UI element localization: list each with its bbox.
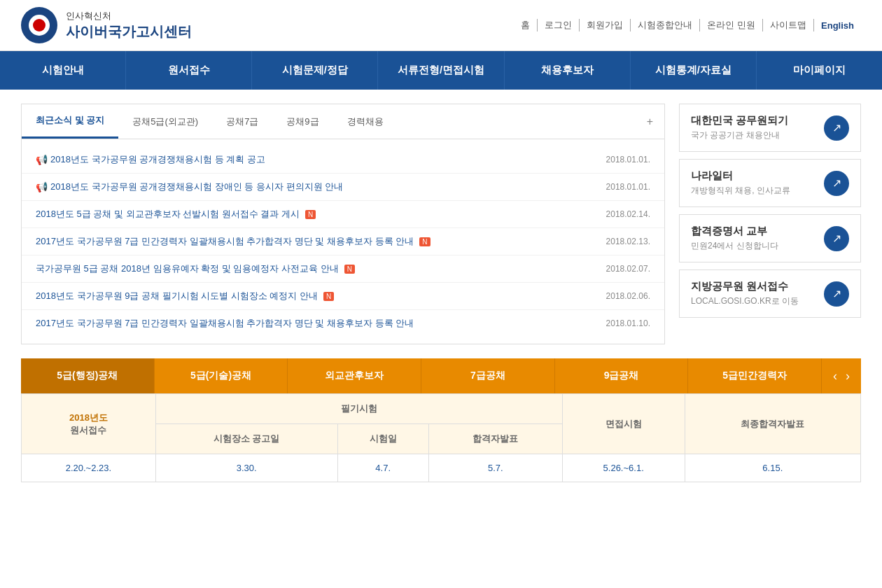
exam-tab-5tech[interactable]: 5급(기술)공채 <box>155 358 288 393</box>
quick-info: 나라일터 개방형직위 채용, 인사교류 <box>691 169 790 197</box>
quick-link-item[interactable]: 지방공무원 원서접수 LOCAL.GOSI.GO.KR로 이동 ↗ <box>679 270 861 318</box>
news-link[interactable]: 📢 2018년도 국가공무원 공개경쟁채용시험 등 계획 공고 <box>36 153 265 166</box>
exam-day-header: 시험일 <box>337 424 428 454</box>
new-badge: N <box>344 265 355 274</box>
external-link-icon[interactable]: ↗ <box>824 115 849 141</box>
list-item: 📢 2018년도 국가공무원 공개경쟁채용시험 장애인 등 응시자 편의지원 안… <box>22 174 664 201</box>
news-tabs: 최근소식 및 공지 공채5급(외교관) 공채7급 공채9급 경력채용 + <box>22 104 664 139</box>
schedule-table: 2018년도 원서접수 필기시험 면접시험 최종합격자발표 시험장소 공고일 시… <box>21 393 861 482</box>
exam-tab-7grade[interactable]: 7급공채 <box>421 358 555 393</box>
nav-login[interactable]: 로그인 <box>538 19 580 31</box>
quick-title: 지방공무원 원서접수 <box>691 280 799 293</box>
nav-document-interview[interactable]: 서류전형/면접시험 <box>378 51 504 90</box>
logo-icon <box>21 7 57 43</box>
final-result-header: 최종합격자발표 <box>685 394 860 454</box>
quick-subtitle: 개방형직위 채용, 인사교류 <box>691 185 790 197</box>
list-item: 2018년도 국가공무원 9급 공채 필기시험 시도별 시험장소 예정지 안내 … <box>22 283 664 310</box>
list-item: 2017년도 국가공무원 7급 민간경력자 일괄채용시험 추가합격자 명단 및 … <box>22 310 664 337</box>
logo-top-text: 인사혁신처 <box>66 10 192 22</box>
nav-application[interactable]: 원서접수 <box>126 51 252 90</box>
nav-mypage[interactable]: 마이페이지 <box>757 51 882 90</box>
news-link[interactable]: 국가공무원 5급 공채 2018년 임용유예자 확정 및 임용예정자 사전교육 … <box>36 262 355 275</box>
nav-english[interactable]: English <box>814 20 861 31</box>
content-area: 최근소식 및 공지 공채5급(외교관) 공채7급 공채9급 경력채용 + 📢 2… <box>0 90 882 358</box>
tab-grade7[interactable]: 공채7급 <box>212 106 272 138</box>
next-tab-button[interactable]: › <box>841 369 854 384</box>
list-item: 2017년도 국가공무원 7급 민간경력자 일괄채용시험 추가합격자 명단 및 … <box>22 228 664 255</box>
quick-link-item[interactable]: 대한민국 공무원되기 국가 공공기관 채용안내 ↗ <box>679 104 861 152</box>
quick-links-panel: 대한민국 공무원되기 국가 공공기관 채용안내 ↗ 나라일터 개방형직위 채용,… <box>679 104 861 344</box>
news-panel: 최근소식 및 공지 공채5급(외교관) 공채7급 공채9급 경력채용 + 📢 2… <box>21 104 665 344</box>
quick-info: 대한민국 공무원되기 국가 공공기관 채용안내 <box>691 114 788 141</box>
news-tab-more[interactable]: + <box>636 106 664 138</box>
news-date: 2018.02.06. <box>606 291 650 301</box>
nav-exam-problems[interactable]: 시험문제/정답 <box>252 51 378 90</box>
external-link-icon[interactable]: ↗ <box>824 281 849 307</box>
nav-register[interactable]: 회원가입 <box>580 19 631 31</box>
exam-tab-5admin[interactable]: 5급(행정)공채 <box>21 358 155 393</box>
venue-date: 3.30. <box>155 454 337 482</box>
nav-exam-info[interactable]: 시험종합안내 <box>631 19 700 31</box>
exam-tab-5civil[interactable]: 5급민간경력자 <box>688 358 822 393</box>
venue-announce-header: 시험장소 공고일 <box>155 424 337 454</box>
news-date: 2018.01.01. <box>606 155 650 164</box>
logo-bottom-text: 사이버국가고시센터 <box>66 22 192 41</box>
news-link[interactable]: 2018년도 5급 공채 및 외교관후보자 선발시험 원서접수 결과 게시 N <box>36 208 316 220</box>
list-item: 📢 2018년도 국가공무원 공개경쟁채용시험 등 계획 공고 2018.01.… <box>22 146 664 174</box>
exam-tab-9grade[interactable]: 9급공채 <box>555 358 689 393</box>
quick-subtitle: 국가 공공기관 채용안내 <box>691 130 788 141</box>
table-row: 2.20.~2.23. 3.30. 4.7. 5.7. 5.26.~6.1. 6… <box>22 454 861 482</box>
news-link[interactable]: 2018년도 국가공무원 9급 공채 필기시험 시도별 시험장소 예정지 안내 … <box>36 290 334 302</box>
news-list: 📢 2018년도 국가공무원 공개경쟁채용시험 등 계획 공고 2018.01.… <box>22 139 664 344</box>
prev-tab-button[interactable]: ‹ <box>829 369 841 384</box>
quick-title: 합격증명서 교부 <box>691 225 778 238</box>
quick-info: 합격증명서 교부 민원24에서 신청합니다 <box>691 225 778 252</box>
news-date: 2018.02.07. <box>606 264 650 274</box>
external-link-icon[interactable]: ↗ <box>824 226 849 251</box>
exam-date: 4.7. <box>337 454 428 482</box>
news-date: 2018.02.13. <box>606 237 650 246</box>
news-link[interactable]: 2017년도 국가공무원 7급 민간경력자 일괄채용시험 추가합격자 명단 및 … <box>36 235 430 248</box>
top-nav: 홈 로그인 회원가입 시험종합안내 온라인 민원 사이트맵 English <box>514 19 861 31</box>
quick-subtitle: LOCAL.GOSI.GO.KR로 이동 <box>691 295 799 307</box>
list-item: 2018년도 5급 공채 및 외교관후보자 선발시험 원서접수 결과 게시 N … <box>22 201 664 228</box>
pass-announce-header: 합격자발표 <box>428 424 562 454</box>
exam-tab-diplomat[interactable]: 외교관후보자 <box>288 358 421 393</box>
header: 인사혁신처 사이버국가고시센터 홈 로그인 회원가입 시험종합안내 온라인 민원… <box>0 0 882 51</box>
tab-career[interactable]: 경력채용 <box>333 106 398 138</box>
bottom-section: 5급(행정)공채 5급(기술)공채 외교관후보자 7급공채 9급공채 5급민간경… <box>0 358 882 503</box>
speaker-icon: 📢 <box>36 181 48 192</box>
tab-grade9[interactable]: 공채9급 <box>272 106 332 138</box>
quick-info: 지방공무원 원서접수 LOCAL.GOSI.GO.KR로 이동 <box>691 280 799 307</box>
exam-tabs: 5급(행정)공채 5급(기술)공채 외교관후보자 7급공채 9급공채 5급민간경… <box>21 358 861 393</box>
news-date: 2018.01.10. <box>606 318 650 328</box>
tab-recent-news[interactable]: 최근소식 및 공지 <box>22 104 118 139</box>
nav-hiring-candidates[interactable]: 채용후보자 <box>505 51 631 90</box>
nav-statistics[interactable]: 시험통계/자료실 <box>631 51 757 90</box>
news-link[interactable]: 📢 2018년도 국가공무원 공개경쟁채용시험 장애인 등 응시자 편의지원 안… <box>36 181 343 193</box>
list-item: 국가공무원 5급 공채 2018년 임용유예자 확정 및 임용예정자 사전교육 … <box>22 255 664 283</box>
interview-date: 5.26.~6.1. <box>562 454 685 482</box>
nav-sitemap[interactable]: 사이트맵 <box>763 19 814 31</box>
pass-date: 5.7. <box>428 454 562 482</box>
tab-grade5-foreign[interactable]: 공채5급(외교관) <box>118 106 212 138</box>
logo-text: 인사혁신처 사이버국가고시센터 <box>66 10 192 41</box>
quick-title: 대한민국 공무원되기 <box>691 114 788 127</box>
quick-link-item[interactable]: 나라일터 개방형직위 채용, 인사교류 ↗ <box>679 159 861 207</box>
quick-link-item[interactable]: 합격증명서 교부 민원24에서 신청합니다 ↗ <box>679 214 861 262</box>
written-exam-header: 필기시험 <box>155 394 562 424</box>
year-header: 2018년도 원서접수 <box>22 394 156 454</box>
nav-online-civil[interactable]: 온라인 민원 <box>700 19 763 31</box>
nav-home[interactable]: 홈 <box>514 19 538 31</box>
news-date: 2018.02.14. <box>606 209 650 219</box>
external-link-icon[interactable]: ↗ <box>824 171 849 196</box>
final-date: 6.15. <box>685 454 860 482</box>
news-link[interactable]: 2017년도 국가공무원 7급 민간경력자 일괄채용시험 추가합격자 명단 및 … <box>36 317 414 330</box>
news-date: 2018.01.01. <box>606 182 650 192</box>
quick-subtitle: 민원24에서 신청합니다 <box>691 240 778 252</box>
new-badge: N <box>419 237 430 246</box>
nav-exam-guide[interactable]: 시험안내 <box>0 51 126 90</box>
new-badge: N <box>305 210 316 219</box>
quick-title: 나라일터 <box>691 169 790 183</box>
exam-tab-nav: ‹ › <box>822 369 861 384</box>
